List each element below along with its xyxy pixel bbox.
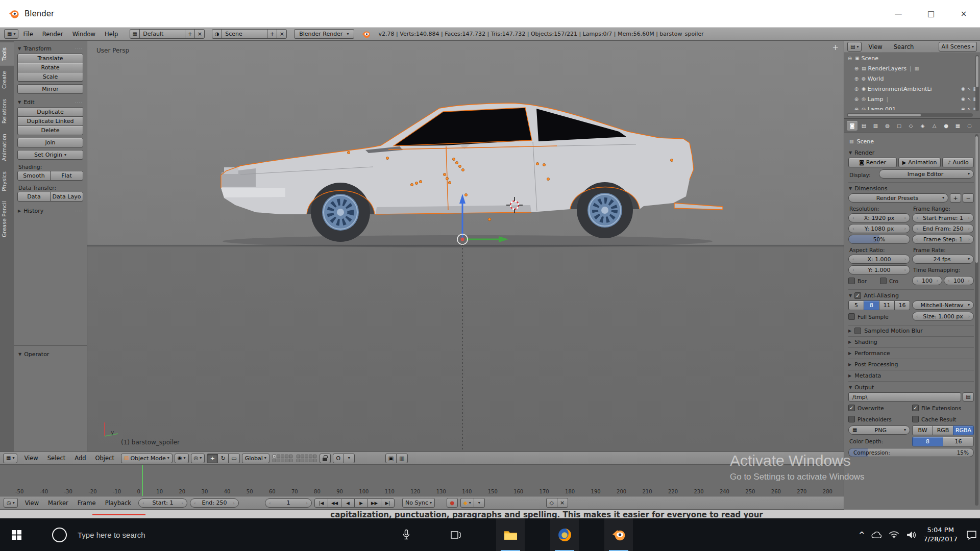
- outliner-row-renderlayers[interactable]: ⊕ ▤ RenderLayers | ▥: [844, 63, 980, 73]
- translate-button[interactable]: Translate: [17, 54, 83, 63]
- set-origin-dropdown[interactable]: Set Origin▾: [17, 150, 83, 160]
- render-image-button[interactable]: ◙ Render: [848, 158, 897, 167]
- snap-target-dropdown[interactable]: ▾: [344, 454, 355, 463]
- tab-material-icon[interactable]: ●: [941, 121, 951, 131]
- menu-item[interactable]: View: [864, 43, 887, 51]
- tab-physics[interactable]: Physics: [0, 166, 14, 196]
- expand-icon[interactable]: ⊖: [847, 56, 853, 61]
- onedrive-cloud-icon[interactable]: [871, 531, 882, 539]
- output-panel-header[interactable]: ▼ Output: [848, 382, 974, 392]
- renderable-icon[interactable]: ▥: [915, 66, 919, 71]
- frame-rate-dropdown[interactable]: 24 fps▾: [912, 255, 974, 264]
- history-panel-header[interactable]: ▶ History ····: [17, 206, 83, 216]
- tab-scene-icon[interactable]: ▥: [870, 121, 881, 131]
- placeholders-checkbox[interactable]: [848, 416, 855, 422]
- transform-panel-header[interactable]: ▼ Transform ····: [17, 43, 83, 54]
- output-path-field[interactable]: /tmp\: [848, 392, 961, 402]
- opengl-render-anim-button[interactable]: ▥: [396, 454, 407, 463]
- aa-samples-8-button[interactable]: 8: [864, 300, 879, 310]
- sampled-motion-blur-panel-header[interactable]: ▶ Sampled Motion Blur: [848, 325, 974, 336]
- layout-delete-button[interactable]: ×: [194, 29, 205, 39]
- scale-button[interactable]: Scale: [17, 72, 83, 82]
- compression-slider[interactable]: Compression: 15%: [848, 448, 974, 457]
- menu-item[interactable]: Window: [68, 31, 100, 38]
- scene-name-field[interactable]: Scene: [222, 29, 267, 39]
- start-frame-field[interactable]: ‹Start: 1›: [138, 498, 187, 508]
- volume-icon[interactable]: [906, 531, 917, 539]
- minimize-button[interactable]: —: [882, 0, 915, 27]
- keying-set-options-button[interactable]: ▾: [474, 498, 485, 508]
- rotate-button[interactable]: Rotate: [17, 63, 83, 72]
- start-frame-field[interactable]: ‹Start Frame: 1›: [912, 213, 974, 222]
- transport-button[interactable]: ◀: [341, 498, 355, 508]
- layer-grid-right[interactable]: [297, 455, 316, 462]
- dimensions-panel-header[interactable]: ▼ Dimensions: [848, 183, 974, 193]
- mode-dropdown[interactable]: ▧ Object Mode▾: [121, 454, 173, 463]
- tab-render-icon[interactable]: ◙: [847, 121, 857, 131]
- 3d-viewport[interactable]: User Persp y (1) barstow_spoiler +: [87, 41, 844, 452]
- editor-type-button[interactable]: ▦▾: [4, 29, 18, 39]
- start-button[interactable]: [2, 518, 31, 551]
- shading-panel-header[interactable]: ▶ Shading: [848, 336, 974, 347]
- close-button[interactable]: ×: [947, 0, 980, 27]
- motion-blur-checkbox[interactable]: [854, 328, 861, 334]
- tab-texture-icon[interactable]: ▦: [952, 121, 963, 131]
- transport-button[interactable]: ▶▶: [368, 498, 381, 508]
- color-depth-16-button[interactable]: 16: [943, 437, 974, 446]
- edit-panel-header[interactable]: ▼ Edit ····: [17, 97, 83, 107]
- expand-icon[interactable]: ⊕: [853, 107, 860, 111]
- data-layout-button[interactable]: Data Layo: [50, 192, 83, 202]
- border-checkbox[interactable]: [848, 278, 855, 284]
- outliner-editor-type-button[interactable]: ▤▾: [847, 42, 862, 52]
- end-frame-field[interactable]: ‹End: 250›: [190, 498, 239, 508]
- data-button[interactable]: Data: [17, 192, 51, 202]
- viewport-shading-dropdown[interactable]: ◉▾: [175, 454, 189, 463]
- scene-add-button[interactable]: +: [267, 29, 277, 39]
- menu-item[interactable]: Frame: [73, 499, 101, 507]
- opengl-render-image-button[interactable]: ▣: [385, 454, 397, 463]
- outliner-horizontal-scrollbar[interactable]: [847, 113, 973, 117]
- outliner-row-environment[interactable]: ⊕ ◉ EnvironmentAmbientLi ◉↖▦: [844, 84, 980, 94]
- outliner-row-lamp[interactable]: ⊕ ◎ Lamp | ◉↖▦: [844, 94, 980, 104]
- performance-panel-header[interactable]: ▶ Performance: [848, 347, 974, 359]
- full-sample-checkbox[interactable]: [848, 313, 855, 320]
- tab-render-layers-icon[interactable]: ▤: [859, 121, 869, 131]
- resolution-x-field[interactable]: ‹X: 1920 px›: [848, 213, 910, 222]
- current-frame-field[interactable]: ‹1›: [265, 498, 312, 508]
- flat-button[interactable]: Flat: [50, 171, 83, 181]
- outliner-row-lamp-001[interactable]: ⊕ ◎ Lamp.001 ◉↖▦: [844, 104, 980, 110]
- crop-checkbox[interactable]: [880, 278, 887, 284]
- menu-item[interactable]: View: [20, 499, 43, 507]
- render-engine-dropdown[interactable]: Blender Render▾: [294, 29, 354, 39]
- resolution-y-field[interactable]: ‹Y: 1080 px›: [848, 224, 910, 233]
- aspect-x-field[interactable]: ‹X: 1.000›: [848, 255, 910, 264]
- expand-icon[interactable]: ⊕: [853, 66, 860, 71]
- resolution-percentage-slider[interactable]: 50%: [848, 235, 910, 244]
- preset-remove-button[interactable]: −: [963, 193, 974, 203]
- color-mode-bw-button[interactable]: BW: [912, 425, 933, 435]
- tab-create[interactable]: Create: [0, 66, 14, 94]
- expand-icon[interactable]: ⊕: [853, 96, 860, 102]
- color-depth-8-button[interactable]: 8: [912, 437, 943, 446]
- remap-old-field[interactable]: ‹100›: [912, 276, 942, 285]
- outliner-scope-dropdown[interactable]: All Scenes▾: [939, 42, 977, 52]
- render-presets-dropdown[interactable]: Render Presets▾: [848, 193, 948, 203]
- transport-button[interactable]: |◀: [314, 498, 328, 508]
- tray-chevron-icon[interactable]: ^: [859, 531, 865, 539]
- wifi-icon[interactable]: [889, 531, 899, 539]
- duplicate-button[interactable]: Duplicate: [17, 107, 83, 117]
- selectable-icon[interactable]: ↖: [967, 96, 971, 102]
- task-view-button[interactable]: [441, 518, 470, 551]
- color-mode-rgba-button[interactable]: RGBA: [953, 425, 974, 435]
- insert-keyframe-button[interactable]: ◇: [546, 498, 557, 508]
- render-animation-button[interactable]: ▶ Animation: [898, 158, 941, 167]
- file-explorer-button[interactable]: [496, 518, 525, 551]
- selectable-icon[interactable]: ↖: [967, 86, 971, 91]
- selectable-icon[interactable]: ↖: [967, 107, 971, 110]
- rotate-manipulator-button[interactable]: ↻: [217, 454, 229, 463]
- transport-button[interactable]: ▶: [354, 498, 368, 508]
- expand-icon[interactable]: ⊕: [853, 86, 860, 92]
- smooth-button[interactable]: Smooth: [17, 171, 51, 181]
- dictation-button[interactable]: [392, 518, 421, 551]
- translate-manipulator-button[interactable]: +: [207, 454, 218, 463]
